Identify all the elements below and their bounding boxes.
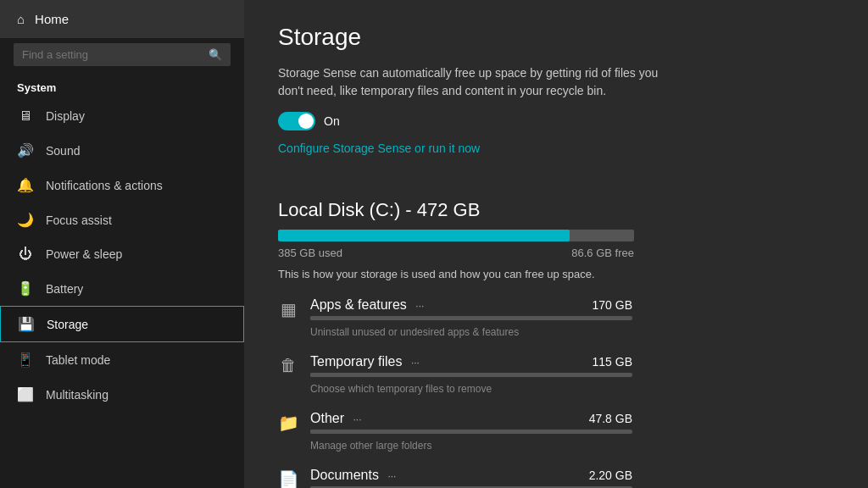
storage-item-name: Other ··· — [310, 411, 361, 426]
disk-bar — [278, 230, 634, 241]
storage-item-size: 47.8 GB — [589, 412, 632, 425]
focus-icon: 🌙 — [17, 212, 34, 228]
storage-item-bar-fill — [310, 430, 423, 434]
storage-item[interactable]: ▦ Apps & features ··· 170 GB Uninstall u… — [278, 296, 834, 341]
sidebar-item-tablet[interactable]: 📱 Tablet mode — [0, 342, 244, 377]
sidebar-item-label: Tablet mode — [46, 353, 110, 367]
sidebar-item-sound[interactable]: 🔊 Sound — [0, 133, 244, 168]
storage-item-dots: ··· — [387, 470, 396, 482]
sidebar-item-display[interactable]: 🖥 Display — [0, 99, 244, 133]
sidebar-item-label: Power & sleep — [46, 247, 122, 261]
multitasking-icon: ⬜ — [17, 386, 34, 402]
storage-item-icon: 📁 — [278, 413, 298, 433]
disk-hint: This is how your storage is used and how… — [278, 268, 834, 280]
storage-item-header: Apps & features ··· 170 GB — [310, 297, 632, 313]
sidebar-item-label: Sound — [46, 144, 80, 158]
storage-item-name: Temporary files ··· — [310, 354, 420, 369]
storage-item[interactable]: 📄 Documents ··· 2.20 GB — [278, 466, 834, 488]
storage-item-dots: ··· — [353, 413, 361, 425]
sidebar-item-label: Display — [46, 109, 85, 123]
storage-item-hint: Choose which temporary files to remove — [310, 383, 492, 395]
storage-item-bar — [310, 373, 632, 377]
storage-item-hint: Manage other large folders — [310, 440, 431, 452]
disk-used-label: 385 GB used — [278, 247, 342, 259]
disk-title: Local Disk (C:) - 472 GB — [278, 199, 834, 221]
storage-item-icon: 📄 — [278, 469, 298, 488]
search-box[interactable]: 🔍 — [14, 43, 231, 66]
main-content: Storage Storage Sense can automatically … — [244, 0, 868, 488]
sidebar-item-label: Battery — [46, 282, 83, 296]
storage-sense-toggle-row: On — [278, 112, 834, 130]
storage-item-name: Apps & features ··· — [310, 297, 424, 313]
storage-sense-description: Storage Sense can automatically free up … — [278, 64, 685, 100]
storage-sense-toggle[interactable] — [278, 112, 315, 130]
display-icon: 🖥 — [17, 108, 34, 124]
storage-item-icon: 🗑 — [278, 356, 298, 375]
notifications-icon: 🔔 — [17, 177, 34, 193]
storage-item-hint: Uninstall unused or undesired apps & fea… — [310, 326, 519, 338]
sidebar-item-label: Storage — [47, 318, 88, 331]
storage-item-header: Other ··· 47.8 GB — [310, 411, 632, 426]
search-input[interactable] — [22, 48, 202, 61]
sidebar-item-multitasking[interactable]: ⬜ Multitasking — [0, 377, 244, 412]
storage-item[interactable]: 📁 Other ··· 47.8 GB Manage other large f… — [278, 409, 834, 454]
storage-item-bar — [310, 316, 632, 320]
storage-item-name: Documents ··· — [310, 468, 396, 483]
storage-items-list: ▦ Apps & features ··· 170 GB Uninstall u… — [278, 296, 834, 488]
power-icon: ⏻ — [17, 247, 34, 262]
tablet-icon: 📱 — [17, 352, 34, 368]
sidebar: ⌂ Home 🔍 System 🖥 Display 🔊 Sound 🔔 Noti… — [0, 0, 244, 488]
sidebar-home-label: Home — [35, 12, 69, 26]
page-title: Storage — [278, 24, 834, 51]
configure-link[interactable]: Configure Storage Sense or run it now — [278, 141, 480, 155]
sidebar-home[interactable]: ⌂ Home — [0, 0, 244, 38]
storage-item-bar-fill — [310, 373, 504, 377]
storage-item-content: Temporary files ··· 115 GB Choose which … — [310, 354, 632, 396]
battery-icon: 🔋 — [17, 280, 34, 297]
storage-icon: 💾 — [18, 316, 35, 332]
sidebar-item-label: Multitasking — [46, 388, 108, 402]
storage-item[interactable]: 🗑 Temporary files ··· 115 GB Choose whic… — [278, 352, 834, 397]
disk-bar-fill — [278, 230, 570, 241]
storage-item-content: Documents ··· 2.20 GB — [310, 468, 632, 488]
storage-item-dots: ··· — [415, 300, 424, 312]
storage-item-content: Other ··· 47.8 GB Manage other large fol… — [310, 411, 632, 452]
sidebar-item-focus[interactable]: 🌙 Focus assist — [0, 202, 244, 237]
sidebar-item-label: Focus assist — [46, 214, 112, 227]
storage-item-dots: ··· — [411, 357, 420, 369]
storage-item-content: Apps & features ··· 170 GB Uninstall unu… — [310, 297, 632, 339]
storage-item-size: 115 GB — [593, 355, 632, 369]
home-icon: ⌂ — [17, 12, 25, 26]
disk-free-label: 86.6 GB free — [571, 247, 634, 259]
sidebar-item-battery[interactable]: 🔋 Battery — [0, 271, 244, 306]
sidebar-item-label: Notifications & actions — [46, 179, 163, 192]
system-section-label: System — [0, 75, 244, 99]
storage-item-header: Temporary files ··· 115 GB — [310, 354, 632, 369]
storage-item-icon: ▦ — [278, 299, 298, 319]
sidebar-item-power[interactable]: ⏻ Power & sleep — [0, 237, 244, 271]
storage-item-header: Documents ··· 2.20 GB — [310, 468, 632, 483]
storage-item-bar-fill — [310, 316, 584, 320]
search-icon: 🔍 — [209, 48, 222, 61]
toggle-label: On — [324, 114, 340, 128]
disk-stats: 385 GB used 86.6 GB free — [278, 247, 634, 259]
sidebar-item-storage[interactable]: 💾 Storage — [0, 306, 244, 342]
storage-item-bar — [310, 430, 632, 434]
sidebar-item-notifications[interactable]: 🔔 Notifications & actions — [0, 168, 244, 202]
storage-item-size: 2.20 GB — [589, 469, 632, 482]
storage-item-size: 170 GB — [593, 298, 632, 312]
sound-icon: 🔊 — [17, 142, 34, 158]
